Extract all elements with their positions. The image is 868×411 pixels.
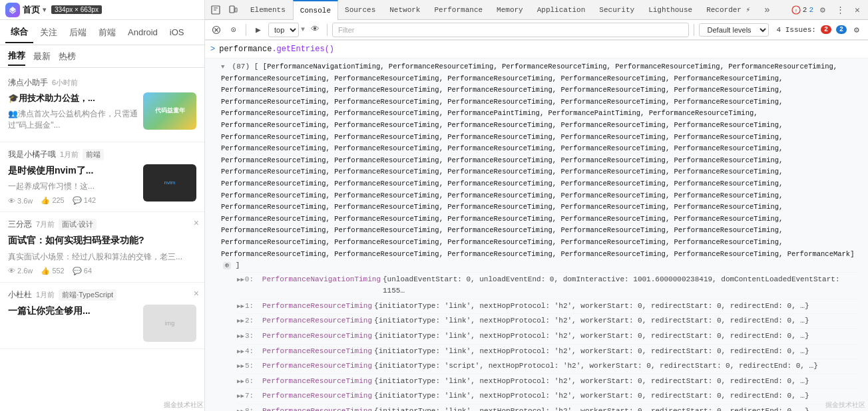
warning-badge: 2 bbox=[836, 25, 847, 34]
sub-nav-最新[interactable]: 最新 bbox=[33, 48, 51, 65]
tab-elements[interactable]: Elements bbox=[244, 0, 293, 20]
tab-memory[interactable]: Memory bbox=[490, 0, 531, 20]
filter-input[interactable] bbox=[332, 23, 689, 37]
article-desc: 一起养成写作习惯！这... bbox=[8, 181, 138, 192]
log-levels-dropdown[interactable]: Default levels bbox=[699, 23, 769, 37]
article-author: 小杜杜 bbox=[8, 289, 32, 301]
array-end-badge: ⊕ bbox=[223, 262, 231, 269]
console-prompt: > bbox=[210, 43, 215, 55]
article-tag[interactable]: 面试·设计 bbox=[59, 219, 97, 230]
tab-network[interactable]: Network bbox=[383, 0, 427, 20]
article-item: × 三分恶 7月前 面试·设计 面试官：如何实现扫码登录功能? 真实面试小场景：… bbox=[0, 212, 204, 282]
entry-expand-icon[interactable]: ▶ bbox=[237, 317, 245, 326]
article-title[interactable]: 一篇让你完全够用... bbox=[8, 305, 138, 318]
entry-expand-icon[interactable]: ▶ bbox=[237, 377, 245, 386]
featured-article: 沸点小助手 6小时前 🎓用技术助力公益，... 👥沸点首次与公益机构合作，只需通… bbox=[0, 70, 204, 142]
entry-expand-icon[interactable]: ▶ bbox=[237, 407, 245, 411]
sub-nav-推荐[interactable]: 推荐 bbox=[8, 47, 25, 66]
entry-expand-icon[interactable]: ▶ bbox=[237, 332, 245, 341]
entry-expand-icon[interactable]: ▶ bbox=[237, 362, 245, 371]
close-button[interactable]: × bbox=[194, 288, 199, 299]
more-options-button[interactable]: ⋮ bbox=[832, 2, 848, 18]
entry-type: PerformanceResourceTiming bbox=[262, 331, 372, 342]
entry-index: 1: bbox=[245, 301, 260, 313]
watermark: 掘金技术社区 bbox=[164, 400, 204, 410]
tab-security[interactable]: Security bbox=[592, 0, 642, 20]
entry-expand-icon[interactable]: ▶ bbox=[237, 392, 245, 401]
nav-item-前端[interactable]: 前端 bbox=[93, 23, 121, 43]
entry-index: 5: bbox=[245, 360, 260, 372]
eye-button[interactable]: 👁 bbox=[308, 23, 322, 37]
nav-item-关注[interactable]: 关注 bbox=[35, 23, 63, 43]
sub-nav-热榜[interactable]: 热榜 bbox=[59, 48, 76, 65]
bottom-watermark: 掘金技术社区 bbox=[825, 400, 865, 410]
tab-more[interactable]: » bbox=[758, 0, 777, 20]
site-logo[interactable]: 首页 ▾ bbox=[5, 3, 46, 17]
entry-type: PerformanceResourceTiming bbox=[262, 315, 372, 327]
context-selector[interactable]: top bbox=[268, 23, 299, 37]
tab-lighthouse[interactable]: Lighthouse bbox=[642, 0, 700, 20]
nav-item-ios[interactable]: iOS bbox=[164, 23, 190, 41]
console-output-area[interactable]: > performance.getEntries() (87) [ [Perfo… bbox=[205, 40, 868, 411]
entry-expand-icon[interactable]: ▶ bbox=[237, 302, 245, 311]
article-title[interactable]: 🎓用技术助力公益，... bbox=[8, 92, 138, 104]
array-count: (87) bbox=[232, 63, 250, 70]
tab-console[interactable]: Console bbox=[293, 0, 338, 20]
nav-item-后端[interactable]: 后端 bbox=[64, 23, 92, 43]
article-title[interactable]: 是时候使用nvim了... bbox=[8, 164, 138, 178]
console-entries-list: ▶ 0: PerformanceNavigationTiming {unload… bbox=[221, 272, 863, 411]
console-entry: ▶ 3: PerformanceResourceTiming {initiato… bbox=[237, 329, 857, 344]
entry-type: PerformanceResourceTiming bbox=[262, 406, 372, 411]
entry-expand-icon[interactable]: ▶ bbox=[237, 275, 245, 285]
device-toolbar-button[interactable] bbox=[225, 2, 241, 18]
site-dropdown-icon[interactable]: ▾ bbox=[43, 6, 46, 13]
clear-console-button[interactable] bbox=[209, 23, 224, 37]
inspect-element-button[interactable] bbox=[208, 2, 224, 18]
comment-count: 💬 64 bbox=[73, 267, 92, 275]
article-desc: 👥沸点首次与公益机构合作，只需通过"码上掘金"... bbox=[8, 108, 138, 131]
settings-button[interactable]: ⚙ bbox=[815, 2, 831, 18]
settings-console-button[interactable]: ⊙ bbox=[226, 23, 241, 37]
toolbar-separator bbox=[694, 24, 694, 36]
entry-expand-icon[interactable]: ▶ bbox=[237, 347, 245, 356]
close-devtools-button[interactable]: ✕ bbox=[849, 2, 865, 18]
article-stats: 👁 3.6w 👍 225 💬 142 bbox=[8, 196, 138, 205]
site-name-label: 首页 bbox=[23, 4, 40, 16]
tab-performance[interactable]: Performance bbox=[427, 0, 490, 20]
entry-props: {initiatorType: 'link', nextHopProtocol:… bbox=[374, 315, 809, 327]
entry-type: PerformanceResourceTiming bbox=[262, 346, 372, 358]
nav-item-android[interactable]: Android bbox=[122, 23, 163, 41]
entry-index: 6: bbox=[245, 376, 260, 388]
entry-index: 0: bbox=[245, 274, 260, 286]
entry-props: {initiatorType: 'link', nextHopProtocol:… bbox=[374, 376, 809, 388]
article-item: × 小杜杜 1月前 前端·TypeScript 一篇让你完全够用... img bbox=[0, 283, 204, 349]
entry-type: PerformanceResourceTiming bbox=[262, 390, 372, 402]
console-entry: ▶ 4: PerformanceResourceTiming {initiato… bbox=[237, 344, 857, 359]
console-toolbar: ⊙ ▶ top ▼ 👁 Default levels 4 Issues: 2 2… bbox=[205, 20, 868, 40]
console-command: performance.getEntries() bbox=[219, 43, 334, 55]
article-author: 沸点小助手 bbox=[8, 77, 48, 88]
article-title[interactable]: 面试官：如何实现扫码登录功能? bbox=[8, 234, 196, 247]
left-top-bar: 首页 ▾ 334px × 663px bbox=[0, 0, 204, 20]
expand-array-icon[interactable] bbox=[221, 61, 228, 73]
entry-props: {initiatorType: 'link', nextHopProtocol:… bbox=[374, 390, 809, 402]
tab-application[interactable]: Application bbox=[531, 0, 593, 20]
nav-item-综合[interactable]: 综合 bbox=[5, 22, 33, 43]
issues-count-badge: ! 2 2 bbox=[791, 5, 813, 15]
close-button[interactable]: × bbox=[194, 217, 199, 228]
issues-settings-button[interactable]: ⚙ bbox=[849, 23, 864, 37]
article-author: 三分恶 bbox=[8, 219, 32, 230]
tab-recorder[interactable]: Recorder ⚡ bbox=[700, 0, 758, 20]
article-tag[interactable]: 前端 bbox=[83, 149, 104, 160]
console-entry: ▶ 0: PerformanceNavigationTiming {unload… bbox=[237, 272, 857, 299]
error-badge: 2 bbox=[821, 25, 831, 34]
main-nav: 综合 关注 后端 前端 Android iOS bbox=[0, 20, 204, 45]
view-count: 👁 3.6w bbox=[8, 197, 33, 205]
thumb-text: 代码益童年 bbox=[154, 106, 186, 116]
article-tag[interactable]: 前端·TypeScript bbox=[59, 289, 116, 301]
article-item: 我是小橘子哦 1月前 前端 是时候使用nvim了... 一起养成写作习惯！这..… bbox=[0, 142, 204, 212]
run-button[interactable]: ▶ bbox=[251, 23, 266, 37]
entry-props: {initiatorType: 'link', nextHopProtocol:… bbox=[374, 346, 809, 358]
entry-props: {initiatorType: 'link', nextHopProtocol:… bbox=[374, 406, 809, 411]
tab-sources[interactable]: Sources bbox=[338, 0, 383, 20]
